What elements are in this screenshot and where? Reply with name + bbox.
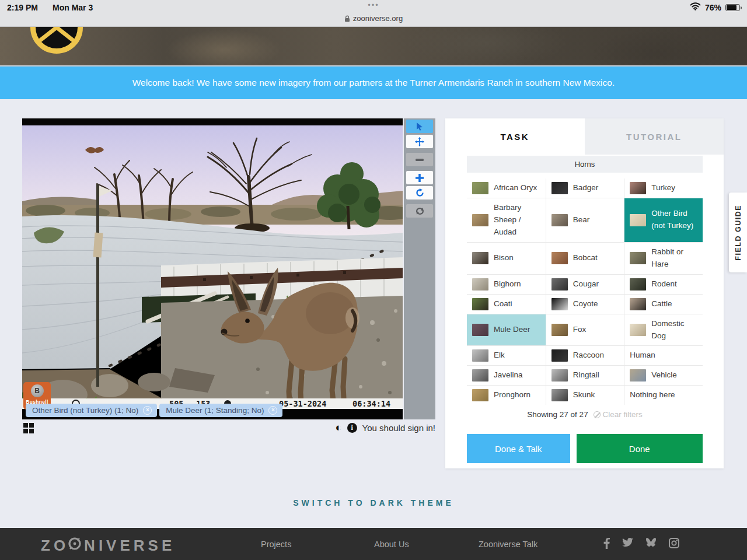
species-thumbnail: [630, 369, 646, 382]
species-option-badger[interactable]: Badger: [546, 178, 624, 198]
species-option-barbary-sheep-audad[interactable]: Barbary Sheep / Audad: [467, 198, 546, 242]
pointer-tool-button[interactable]: [406, 120, 433, 133]
species-thumbnail: [472, 252, 488, 264]
project-header: [0, 27, 747, 66]
task-tabs: TASK TUTORIAL: [445, 118, 724, 155]
facebook-icon[interactable]: [603, 538, 610, 549]
annotation-tags: Other Bird (not Turkey) (1; No) × Mule D…: [26, 404, 282, 417]
tab-task[interactable]: TASK: [445, 118, 585, 155]
instagram-icon[interactable]: [669, 538, 679, 548]
info-icon[interactable]: i: [347, 423, 357, 433]
reset-button[interactable]: [406, 204, 433, 218]
zooniverse-o-icon: [68, 537, 82, 555]
species-thumbnail: [472, 349, 488, 362]
remove-tag-icon[interactable]: ×: [143, 406, 152, 415]
species-option-coyote[interactable]: Coyote: [546, 294, 624, 314]
species-option-pronghorn[interactable]: Pronghorn: [467, 385, 546, 405]
bushnell-logo-icon: B: [31, 384, 44, 397]
species-option-vehicle[interactable]: Vehicle: [624, 365, 703, 385]
species-thumbnail: [472, 298, 488, 310]
species-option-other-bird-not-turkey[interactable]: Other Bird (not Turkey): [624, 198, 703, 242]
tab-tutorial[interactable]: TUTORIAL: [585, 118, 724, 155]
showing-count: Showing 27 of 27: [527, 410, 588, 419]
zoom-in-button[interactable]: [406, 171, 433, 184]
wifi-icon: [690, 2, 701, 13]
done-and-talk-button[interactable]: Done & Talk: [467, 434, 570, 463]
species-option-coati[interactable]: Coati: [467, 294, 546, 314]
invert-colors-icon[interactable]: ◐: [335, 421, 341, 434]
announcement-banner: Welcome back! We have some new imagery f…: [0, 66, 747, 99]
announcement-text: Welcome back! We have some new imagery f…: [132, 78, 615, 88]
species-thumbnail: [630, 324, 646, 336]
species-option-bison[interactable]: Bison: [467, 242, 546, 274]
species-option-domestic-dog[interactable]: Domestic Dog: [624, 314, 703, 346]
lock-icon: [344, 15, 350, 24]
zoom-out-button[interactable]: [406, 153, 433, 166]
rotate-button[interactable]: [406, 186, 433, 200]
species-option-ringtail[interactable]: Ringtail: [546, 365, 624, 385]
subject-image[interactable]: 505 153 05-31-2024 06:34:14 B Bushnell O…: [22, 118, 403, 419]
species-thumbnail: [472, 369, 488, 382]
window-dots: •••: [0, 1, 747, 9]
project-logo[interactable]: [30, 27, 83, 54]
address-bar[interactable]: zooniverse.org: [0, 14, 747, 24]
species-option-rodent[interactable]: Rodent: [624, 274, 703, 294]
species-option-bear[interactable]: Bear: [546, 198, 624, 242]
done-button[interactable]: Done: [577, 434, 703, 463]
species-thumbnail: [472, 278, 488, 290]
species-option-javelina[interactable]: Javelina: [467, 365, 546, 385]
pointer-icon: [416, 122, 424, 131]
clear-filters-icon: [594, 411, 601, 418]
species-option-cattle[interactable]: Cattle: [624, 294, 703, 314]
species-option-bobcat[interactable]: Bobcat: [546, 242, 624, 274]
subject-footer: ◐ i You should sign in!: [22, 421, 435, 436]
species-thumbnail: [472, 214, 488, 226]
species-option-turkey[interactable]: Turkey: [624, 178, 703, 198]
species-thumbnail: [551, 369, 568, 382]
species-thumbnail: [551, 324, 568, 336]
grid-view-icon[interactable]: [23, 423, 34, 433]
filter-bar-horns[interactable]: Horns: [467, 156, 703, 173]
footer-link-about[interactable]: About Us: [374, 540, 409, 549]
svg-text:05-31-2024: 05-31-2024: [279, 399, 326, 408]
theme-toggle-button[interactable]: SWITCH TO DARK THEME: [0, 498, 747, 508]
species-thumbnail: [630, 298, 646, 310]
image-toolbar: [404, 118, 435, 419]
species-thumbnail: [472, 324, 488, 336]
species-option-rabbit-or-hare[interactable]: Rabbit or Hare: [624, 242, 703, 274]
species-option-raccoon[interactable]: Raccoon: [546, 345, 624, 365]
svg-text:06:34:14: 06:34:14: [352, 399, 390, 408]
reset-icon: [416, 207, 424, 215]
signin-message: You should sign in!: [362, 423, 435, 433]
showing-row: Showing 27 of 27 Clear filters: [467, 410, 703, 419]
footer-link-talk[interactable]: Zooniverse Talk: [479, 540, 537, 549]
species-thumbnail: [551, 298, 568, 310]
species-option-skunk[interactable]: Skunk: [546, 385, 624, 405]
species-thumbnail: [551, 278, 568, 290]
zoom-in-icon: [416, 174, 424, 182]
species-thumbnail: [551, 389, 568, 401]
species-option-nothing-here[interactable]: Nothing here: [624, 385, 703, 405]
species-thumbnail: [551, 252, 568, 264]
bluesky-icon[interactable]: [645, 538, 657, 548]
zooniverse-logo[interactable]: ZONIVERSE: [41, 537, 175, 555]
species-option-cougar[interactable]: Cougar: [546, 274, 624, 294]
field-guide-tab[interactable]: FIELD GUIDE: [729, 192, 747, 272]
remove-tag-icon[interactable]: ×: [268, 406, 277, 415]
species-option-elk[interactable]: Elk: [467, 345, 546, 365]
species-option-mule-deer[interactable]: Mule Deer: [467, 314, 546, 346]
clear-filters-button[interactable]: Clear filters: [594, 410, 642, 419]
footer-link-projects[interactable]: Projects: [261, 540, 291, 549]
pan-tool-button[interactable]: [406, 135, 433, 148]
annotation-tag-mule-deer[interactable]: Mule Deer (1; Standing; No) ×: [159, 404, 282, 417]
annotation-tag-other-bird[interactable]: Other Bird (not Turkey) (1; No) ×: [26, 404, 157, 417]
species-thumbnail: [630, 182, 646, 194]
species-thumbnail: [551, 214, 568, 226]
species-option-african-oryx[interactable]: African Oryx: [467, 178, 546, 198]
twitter-icon[interactable]: [622, 538, 633, 547]
species-option-human[interactable]: Human: [624, 345, 703, 365]
species-thumbnail: [472, 389, 488, 401]
task-panel: TASK TUTORIAL Horns African Oryx Badger …: [445, 118, 724, 468]
species-option-fox[interactable]: Fox: [546, 314, 624, 346]
species-option-bighorn[interactable]: Bighorn: [467, 274, 546, 294]
